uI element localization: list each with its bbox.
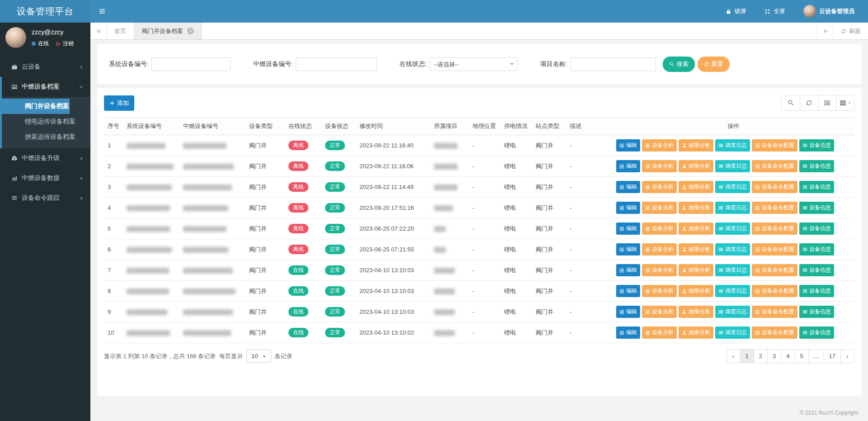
- page-ellipsis[interactable]: ...: [808, 349, 824, 363]
- device-info-button[interactable]: 设备信息: [799, 181, 834, 193]
- device-analysis-button[interactable]: 设备分析: [642, 243, 677, 255]
- dispatch-log-button[interactable]: 调度日志: [715, 285, 750, 297]
- device-analysis-button[interactable]: 设备分析: [642, 222, 677, 235]
- device-info-button[interactable]: 设备信息: [799, 264, 834, 276]
- dispatch-log-button[interactable]: 调度日志: [715, 139, 750, 151]
- search-button[interactable]: 搜索: [663, 57, 695, 72]
- device-command-config-button[interactable]: 设备命令配置: [752, 306, 797, 318]
- device-analysis-button[interactable]: 设备分析: [642, 139, 677, 151]
- fault-analysis-button[interactable]: 故障分析: [679, 160, 713, 172]
- tabs-scroll-right-button[interactable]: [817, 23, 833, 39]
- page-size-select[interactable]: 10: [246, 350, 271, 363]
- sidebar-toggle[interactable]: [90, 0, 114, 23]
- refresh-tab-button[interactable]: 刷新: [833, 23, 868, 39]
- edit-button[interactable]: 编辑: [616, 139, 640, 151]
- online-status-select[interactable]: --请选择--: [429, 57, 518, 71]
- device-command-config-button[interactable]: 设备命令配置: [752, 139, 797, 151]
- page-button-2[interactable]: 2: [754, 349, 768, 363]
- sidebar-item-4[interactable]: 中燃设备数据: [0, 168, 90, 188]
- dispatch-log-button[interactable]: 调度日志: [715, 243, 750, 255]
- tabs-scroll-left-button[interactable]: [90, 23, 107, 39]
- device-analysis-button[interactable]: 设备分析: [642, 264, 677, 276]
- table-columns-button[interactable]: [836, 95, 854, 110]
- fault-analysis-button[interactable]: 故障分析: [679, 306, 713, 318]
- dispatch-log-button[interactable]: 调度日志: [715, 222, 750, 235]
- gas-device-no-input[interactable]: [296, 57, 377, 71]
- page-button-1[interactable]: 1: [740, 349, 754, 363]
- edit-button[interactable]: 编辑: [616, 264, 640, 276]
- sidebar-item-5[interactable]: 设备命令跟踪: [0, 188, 90, 208]
- dispatch-log-button[interactable]: 调度日志: [715, 181, 750, 193]
- reset-button[interactable]: 重置: [698, 57, 730, 72]
- dispatch-log-button[interactable]: 调度日志: [715, 202, 750, 214]
- edit-button[interactable]: 编辑: [616, 243, 640, 255]
- sidebar-subitem-2-1[interactable]: 阀门井设备档案: [2, 99, 70, 114]
- device-info-button[interactable]: 设备信息: [799, 243, 834, 255]
- device-analysis-button[interactable]: 设备分析: [642, 326, 677, 339]
- device-command-config-button[interactable]: 设备命令配置: [752, 202, 797, 214]
- logout-button[interactable]: 注销: [56, 40, 74, 47]
- dispatch-log-button[interactable]: 调度日志: [715, 306, 750, 318]
- device-analysis-button[interactable]: 设备分析: [642, 306, 677, 318]
- device-command-config-button[interactable]: 设备命令配置: [752, 222, 797, 235]
- device-analysis-button[interactable]: 设备分析: [642, 202, 677, 214]
- tab-home[interactable]: 首页: [107, 23, 134, 39]
- fault-analysis-button[interactable]: 故障分析: [679, 139, 713, 151]
- device-info-button[interactable]: 设备信息: [799, 222, 834, 235]
- edit-button[interactable]: 编辑: [616, 202, 640, 214]
- sidebar-subitem-2-3[interactable]: 拼装远传设备档案: [2, 129, 90, 145]
- table-search-toggle-button[interactable]: [782, 95, 800, 110]
- device-info-button[interactable]: 设备信息: [799, 160, 834, 172]
- device-command-config-button[interactable]: 设备命令配置: [752, 160, 797, 172]
- sidebar-subitem-2-2[interactable]: 锂电远传设备档案: [2, 114, 90, 129]
- dispatch-log-button[interactable]: 调度日志: [715, 264, 750, 276]
- page-button-3[interactable]: 3: [767, 349, 781, 363]
- project-name-input[interactable]: [570, 57, 656, 71]
- device-command-config-button[interactable]: 设备命令配置: [752, 243, 797, 255]
- device-info-button[interactable]: 设备信息: [799, 306, 834, 318]
- edit-button[interactable]: 编辑: [616, 222, 640, 235]
- page-button-5[interactable]: 5: [794, 349, 808, 363]
- sidebar-item-1[interactable]: 云设备: [0, 57, 90, 77]
- device-analysis-button[interactable]: 设备分析: [642, 160, 677, 172]
- device-info-button[interactable]: 设备信息: [799, 202, 834, 214]
- fault-analysis-button[interactable]: 故障分析: [679, 202, 713, 214]
- device-info-button[interactable]: 设备信息: [799, 139, 834, 151]
- device-analysis-button[interactable]: 设备分析: [642, 181, 677, 193]
- edit-button[interactable]: 编辑: [616, 181, 640, 193]
- device-command-config-button[interactable]: 设备命令配置: [752, 181, 797, 193]
- fault-analysis-button[interactable]: 故障分析: [679, 326, 713, 339]
- user-menu[interactable]: 云设备管理员: [803, 5, 854, 18]
- edit-button[interactable]: 编辑: [616, 306, 640, 318]
- table-refresh-button[interactable]: [800, 95, 818, 110]
- device-analysis-button[interactable]: 设备分析: [642, 285, 677, 297]
- system-device-no-input[interactable]: [151, 57, 231, 71]
- lock-screen-button[interactable]: 锁屏: [726, 7, 746, 15]
- add-button[interactable]: 添加: [104, 95, 134, 111]
- fault-analysis-button[interactable]: 故障分析: [679, 243, 713, 255]
- fault-analysis-button[interactable]: 故障分析: [679, 264, 713, 276]
- sidebar-item-2[interactable]: 中燃设备档案: [2, 77, 90, 97]
- fault-analysis-button[interactable]: 故障分析: [679, 222, 713, 235]
- sidebar-item-3[interactable]: 中燃设备升级: [0, 148, 90, 168]
- page-button-17[interactable]: 17: [824, 349, 841, 363]
- table-detail-view-button[interactable]: [818, 95, 836, 110]
- device-command-config-button[interactable]: 设备命令配置: [752, 285, 797, 297]
- fault-analysis-button[interactable]: 故障分析: [679, 285, 713, 297]
- device-info-button[interactable]: 设备信息: [799, 326, 834, 339]
- page-button-4[interactable]: 4: [781, 349, 795, 363]
- next-page-button[interactable]: ›: [840, 349, 854, 363]
- prev-page-button[interactable]: ‹: [726, 349, 741, 363]
- device-command-config-button[interactable]: 设备命令配置: [752, 326, 797, 339]
- fault-analysis-button[interactable]: 故障分析: [679, 181, 713, 193]
- edit-button[interactable]: 编辑: [616, 160, 640, 172]
- dispatch-log-button[interactable]: 调度日志: [715, 326, 750, 339]
- edit-button[interactable]: 编辑: [616, 285, 640, 297]
- device-command-config-button[interactable]: 设备命令配置: [752, 264, 797, 276]
- close-tab-icon[interactable]: ×: [187, 28, 194, 34]
- edit-button[interactable]: 编辑: [616, 326, 640, 339]
- device-info-button[interactable]: 设备信息: [799, 285, 834, 297]
- fullscreen-button[interactable]: 全屏: [764, 7, 785, 15]
- dispatch-log-button[interactable]: 调度日志: [715, 160, 750, 172]
- tab-valve-well-archive[interactable]: 阀门井设备档案 ×: [134, 23, 202, 39]
